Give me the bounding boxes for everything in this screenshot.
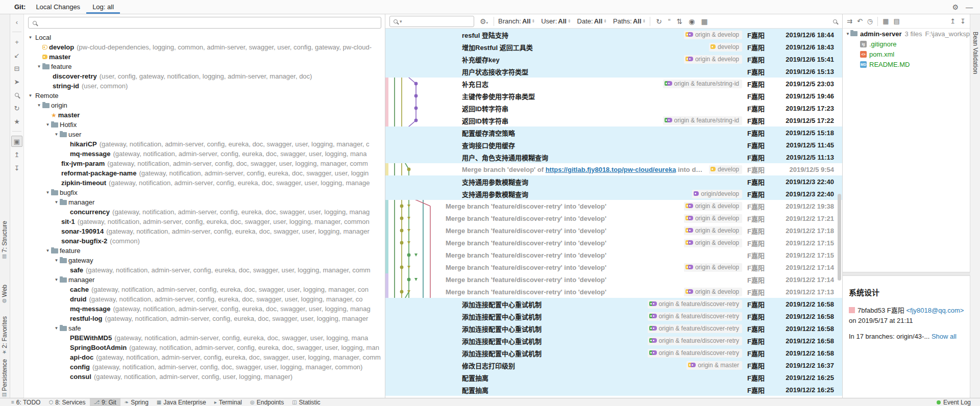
preview-details-icon[interactable]: ◉: [687, 17, 696, 26]
commit-row[interactable]: 支持通用参数模糊查询origin/developF嘉阳2019/12/3 22:…: [385, 188, 842, 200]
branch-tree-item[interactable]: safe(gateway, notification, admin-server…: [24, 265, 385, 275]
tree-caret-icon[interactable]: ▼: [36, 64, 42, 69]
log-scrollbar-thumb[interactable]: [838, 194, 841, 281]
filter-date[interactable]: Date: All⇕: [577, 17, 607, 25]
branch-tree-item[interactable]: ▼bugfix: [24, 188, 385, 197]
branch-tree-item[interactable]: zipkin-timeout(gateway, notification, ad…: [24, 178, 385, 188]
tab-log-all[interactable]: Log: all: [86, 0, 120, 14]
favorite-star-icon[interactable]: ★: [11, 116, 22, 127]
status-tab-terminal[interactable]: ▸Terminal: [210, 398, 246, 406]
branch-tree-item[interactable]: restful-log(gateway, notification, admin…: [24, 314, 385, 323]
filter-user[interactable]: User: All⇕: [541, 17, 571, 25]
expand-all-icon[interactable]: ↥: [950, 17, 955, 25]
commit-row[interactable]: Merge branch 'feature/discover-retry' in…: [385, 224, 842, 237]
tree-caret-icon[interactable]: ▼: [53, 200, 60, 205]
branch-tree-item[interactable]: druid(gateway, notification, admin-serve…: [24, 294, 385, 304]
commit-row[interactable]: Merge branch 'feature/discover-retry' in…: [385, 249, 842, 261]
branch-tree-item[interactable]: sonar-190914(gateway, notification, admi…: [24, 226, 385, 236]
tree-caret-icon[interactable]: ▼: [53, 132, 60, 137]
minimize-icon[interactable]: —: [966, 3, 973, 11]
changed-file-row[interactable]: ig.gitignore: [843, 39, 970, 49]
branch-tree-item[interactable]: ▼gateway: [24, 256, 385, 265]
commit-row[interactable]: 主键传参使用字符串类型F嘉阳2019/12/5 19:46: [385, 90, 842, 102]
search-settings-gear-icon[interactable]: ⚙▾: [478, 17, 489, 26]
commit-row[interactable]: Merge branch 'feature/discover-retry' in…: [385, 286, 842, 298]
refresh-icon[interactable]: ↻: [654, 17, 664, 26]
commit-message-link[interactable]: https://gitlab.fjy8018.top/pw-cloud/eure…: [546, 166, 676, 173]
branch-tree-item[interactable]: sit-1(gateway, notification, admin-serve…: [24, 217, 385, 226]
branch-tree-item[interactable]: hikariCP(gateway, notification, admin-se…: [24, 139, 385, 149]
show-all-link[interactable]: Show all: [932, 333, 957, 340]
presentation-settings-icon[interactable]: ▦: [700, 17, 709, 26]
tree-caret-icon[interactable]: ▼: [36, 103, 42, 108]
changed-file-row[interactable]: <>pom.xml: [843, 49, 970, 59]
collapse-all-icon[interactable]: ↧: [960, 17, 966, 25]
commit-row[interactable]: Merge branch 'feature/discover-retry' in…: [385, 212, 842, 224]
status-tab-services[interactable]: ⬡8: Services: [44, 398, 89, 406]
status-tab-statistic[interactable]: ◫Statistic: [288, 398, 324, 406]
tree-caret-icon[interactable]: ▼: [44, 248, 51, 253]
branch-tree-item[interactable]: ▼manager: [24, 275, 385, 285]
commit-row[interactable]: 配置缓存清空策略F嘉阳2019/12/5 15:18: [385, 126, 842, 139]
tree-caret-icon[interactable]: ▼: [846, 32, 850, 36]
tree-caret-icon[interactable]: ▼: [53, 277, 60, 282]
tool-tab-persistence[interactable]: ▤ Persistence: [1, 359, 8, 398]
branch-tree-item[interactable]: develop(pw-cloud-dependencies, logging, …: [24, 42, 385, 52]
sort-icon[interactable]: ⇅: [675, 17, 684, 26]
commit-row[interactable]: 用户状态接收字符类型F嘉阳2019/12/6 15:13: [385, 65, 842, 78]
push-icon[interactable]: ➤: [11, 76, 22, 87]
branch-tree-item[interactable]: ▼Remote: [24, 91, 385, 100]
commit-row[interactable]: 用户、角色支持通用模糊查询F嘉阳2019/12/5 11:13: [385, 151, 842, 163]
tool-tab-favorites[interactable]: ★ 2: Favorites: [1, 316, 8, 355]
changed-root-row[interactable]: ▼admin-server3 filesF:\java_worksp: [843, 29, 970, 39]
branch-tree-item[interactable]: PBEWithMD5(gateway, notification, admin-…: [24, 333, 385, 343]
event-log-button[interactable]: Event Log: [943, 399, 971, 406]
commit-row[interactable]: 补充日志origin & feature/string-idF嘉阳2019/12…: [385, 78, 842, 90]
cherry-pick-icon[interactable]: “: [667, 17, 672, 26]
log-search-input[interactable]: ▾: [389, 16, 474, 27]
checkout-icon[interactable]: ↙: [11, 49, 22, 61]
commit-row[interactable]: 查询接口使用缓存F嘉阳2019/12/5 11:45: [385, 139, 842, 151]
rollback-icon[interactable]: ↶: [857, 17, 863, 25]
branch-tree-item[interactable]: fix-jvm-param(gateway, notification, adm…: [24, 159, 385, 168]
commit-row[interactable]: 返回ID转字符串F嘉阳2019/12/5 17:23: [385, 102, 842, 114]
branch-tree-item[interactable]: ▼user: [24, 130, 385, 139]
collapse-all-icon[interactable]: ↧: [11, 162, 22, 173]
branch-tree-item[interactable]: config(gateway, notification, admin-serv…: [24, 362, 385, 372]
expand-all-icon[interactable]: ↥: [11, 149, 22, 160]
navigate-source-icon[interactable]: ⇉: [847, 17, 852, 25]
branch-tree-item[interactable]: consul(gateway, notification, admin-serv…: [24, 372, 385, 382]
branch-tree-item[interactable]: cache(gateway, notification, admin-serve…: [24, 285, 385, 294]
commit-row[interactable]: Merge branch 'develop' of https://gitlab…: [385, 163, 842, 175]
tool-tab-bean-validation[interactable]: Bean Validation: [972, 32, 979, 74]
branch-tree-item[interactable]: ▼feature: [24, 246, 385, 256]
branch-tree-item[interactable]: master: [24, 52, 385, 62]
branch-tree-item[interactable]: ▼feature: [24, 62, 385, 71]
branch-tree-item[interactable]: concurrency(gateway, notification, admin…: [24, 207, 385, 217]
details-splitter[interactable]: [843, 272, 970, 276]
commit-row[interactable]: Merge branch 'feature/discover-retry' in…: [385, 273, 842, 286]
show-branches-panel-icon[interactable]: ▣: [11, 136, 22, 147]
filter-paths[interactable]: Paths: All⇕: [613, 17, 646, 25]
commit-row[interactable]: Merge branch 'feature/discover-retry' in…: [385, 261, 842, 273]
tree-caret-icon[interactable]: ▼: [44, 190, 51, 195]
tree-caret-icon[interactable]: ▼: [27, 35, 34, 40]
branch-search-input[interactable]: [28, 17, 381, 29]
commit-row[interactable]: 配置抽离F嘉阳2019/12/2 16:25: [385, 384, 842, 396]
go-to-hash-icon[interactable]: [833, 19, 837, 23]
history-icon[interactable]: ◷: [867, 17, 873, 25]
settings-gear-icon[interactable]: ⚙: [952, 3, 959, 11]
commit-row[interactable]: 修改日志打印级别origin & masterF嘉阳2019/12/2 16:3…: [385, 359, 842, 371]
commit-row[interactable]: 支持通用参数模糊查询F嘉阳2019/12/3 22:40: [385, 175, 842, 188]
group-by-module-icon[interactable]: ▤: [893, 17, 899, 25]
status-tab-todo[interactable]: ≡6: TODO: [7, 398, 44, 406]
branch-tree-item[interactable]: discover-retry(user, config, gateway, no…: [24, 71, 385, 81]
commit-row[interactable]: 添加连接配置中心重试机制origin & feature/discover-re…: [385, 322, 842, 335]
tool-tab-structure[interactable]: ▥ 7: Structure: [1, 221, 8, 260]
search-icon[interactable]: [11, 89, 22, 100]
commit-row[interactable]: Merge branch 'feature/discover-retry' in…: [385, 237, 842, 249]
commit-row[interactable]: 返回ID转字符串origin & feature/string-idF嘉阳201…: [385, 114, 842, 126]
tree-caret-icon[interactable]: ▼: [27, 93, 34, 98]
commit-row[interactable]: 补充缓存keyorigin & developF嘉阳2019/12/6 15:4…: [385, 53, 842, 65]
tab-local-changes[interactable]: Local Changes: [30, 0, 86, 14]
